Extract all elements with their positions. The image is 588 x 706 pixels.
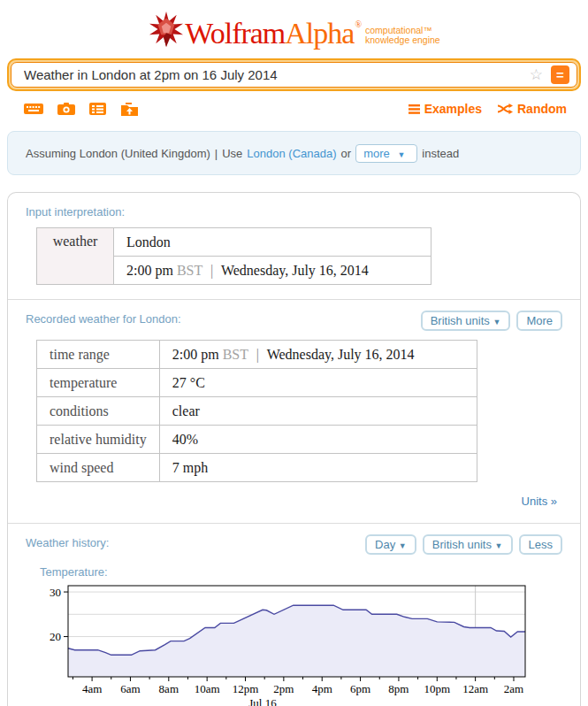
- pod-header: Weather history: Day ▼ British units ▼ L…: [26, 534, 562, 555]
- recorded-weather-table: time range 2:00 pm BST | Wednesday, July…: [36, 340, 477, 482]
- chevron-down-icon: ▼: [397, 150, 405, 159]
- registered-mark: ®: [355, 19, 361, 29]
- svg-text:12am: 12am: [462, 682, 488, 695]
- day-button[interactable]: Day ▼: [365, 534, 416, 555]
- time-range-value: 2:00 pm BST | Wednesday, July 16, 2014: [159, 341, 477, 369]
- page-header: WolframAlpha® computational™ knowledge e…: [0, 0, 588, 54]
- svg-text:8pm: 8pm: [388, 682, 409, 695]
- assumption-use-label: Use: [222, 147, 242, 160]
- query-input[interactable]: [22, 66, 530, 83]
- logo-text: WolframAlpha®: [185, 7, 361, 51]
- subpod-title-temperature: Temperature:: [40, 565, 562, 579]
- logo-alpha: Alpha: [285, 17, 354, 50]
- pod-header: Recorded weather for London: British uni…: [26, 311, 562, 331]
- svg-text:8am: 8am: [159, 682, 179, 695]
- pod-buttons: Day ▼ British units ▼ Less: [365, 534, 562, 555]
- interpretation-key-cell: weather: [37, 228, 114, 285]
- units-line: Units »: [26, 493, 557, 509]
- logo-wolfram: Wolfram: [185, 17, 285, 50]
- query-bar: ☆ =: [7, 58, 581, 91]
- assumption-or-label: or: [341, 147, 352, 160]
- assumption-more-button[interactable]: more ▼: [355, 144, 417, 163]
- table-row: temperature 27 °C: [37, 369, 477, 397]
- assumption-london-canada-link[interactable]: London (Canada): [247, 147, 336, 160]
- pod-input-interpretation: Input interpretation: weather London 2:0…: [8, 193, 580, 299]
- shuffle-icon: [498, 104, 513, 114]
- table-row: relative humidity 40%: [37, 426, 477, 454]
- svg-text:30: 30: [50, 586, 61, 599]
- assumptions-bar: Assuming London (United Kingdom) | Use L…: [7, 131, 581, 175]
- pod-weather-history: Weather history: Day ▼ British units ▼ L…: [8, 523, 580, 706]
- image-input-camera-icon[interactable]: [57, 102, 75, 116]
- temperature-chart-svg: 20304am6am8am10am12pm2pm4pm6pm8pm10pm12a…: [33, 580, 563, 706]
- table-row: wind speed 7 mph: [37, 454, 477, 482]
- wolfram-spikey-icon: [148, 10, 185, 49]
- chevron-down-icon: ▼: [495, 541, 503, 550]
- examples-link[interactable]: Examples: [409, 102, 482, 116]
- svg-text:6am: 6am: [120, 682, 140, 695]
- temperature-chart: 20304am6am8am10am12pm2pm4pm6pm8pm10pm12a…: [33, 580, 562, 706]
- assumption-prefix: Assuming London (United Kingdom): [26, 147, 210, 160]
- svg-text:10pm: 10pm: [424, 682, 450, 695]
- svg-text:12pm: 12pm: [233, 682, 259, 695]
- pod-recorded-weather: Recorded weather for London: British uni…: [8, 299, 580, 523]
- less-button[interactable]: Less: [519, 534, 562, 555]
- favorite-star-icon[interactable]: ☆: [530, 67, 543, 82]
- input-assist-icons: [24, 102, 139, 117]
- svg-text:4pm: 4pm: [312, 682, 332, 695]
- results-pods: Input interpretation: weather London 2:0…: [7, 192, 581, 706]
- british-units-button[interactable]: British units ▼: [421, 311, 511, 331]
- toolbar: Examples Random: [24, 100, 567, 118]
- british-units-button[interactable]: British units ▼: [423, 534, 513, 555]
- compute-equals-button[interactable]: =: [551, 65, 569, 84]
- svg-text:2pm: 2pm: [273, 682, 294, 695]
- table-row: weather London: [37, 228, 431, 257]
- interpretation-city-cell: London: [114, 228, 431, 257]
- svg-text:4am: 4am: [82, 682, 102, 695]
- logo-tagline: computational™ knowledge engine: [365, 13, 440, 45]
- assumption-pipe: |: [215, 147, 218, 160]
- svg-text:10am: 10am: [195, 682, 220, 695]
- examples-list-icon: [409, 104, 420, 114]
- file-upload-icon[interactable]: [120, 102, 139, 117]
- table-row: conditions clear: [37, 397, 477, 426]
- pod-title: Recorded weather for London:: [26, 312, 181, 326]
- data-input-table-icon[interactable]: [89, 102, 106, 116]
- input-interpretation-table: weather London 2:00 pm BST | Wednesday, …: [36, 227, 431, 285]
- pod-title: Input interpretation:: [26, 205, 562, 219]
- chevron-down-icon: ▼: [493, 318, 500, 326]
- assumption-instead-label: instead: [422, 147, 459, 160]
- toolbar-links: Examples Random: [409, 102, 567, 116]
- table-row: time range 2:00 pm BST | Wednesday, July…: [37, 341, 477, 369]
- math-keyboard-icon[interactable]: [24, 102, 43, 116]
- svg-text:6pm: 6pm: [350, 682, 370, 695]
- svg-text:20: 20: [50, 630, 61, 643]
- chevron-down-icon: ▼: [399, 541, 407, 550]
- pod-title: Weather history:: [26, 536, 109, 549]
- pod-buttons: British units ▼ More: [421, 311, 562, 331]
- units-link[interactable]: Units »: [522, 495, 557, 508]
- more-button[interactable]: More: [516, 311, 562, 331]
- svg-text:2am: 2am: [504, 682, 523, 695]
- svg-text:Jul 16: Jul 16: [248, 696, 277, 706]
- interpretation-time-cell: 2:00 pm BST | Wednesday, July 16, 2014: [114, 257, 431, 285]
- random-link[interactable]: Random: [498, 102, 567, 116]
- wolframalpha-logo[interactable]: WolframAlpha® computational™ knowledge e…: [148, 4, 439, 54]
- query-bar-inner: ☆ =: [11, 62, 577, 88]
